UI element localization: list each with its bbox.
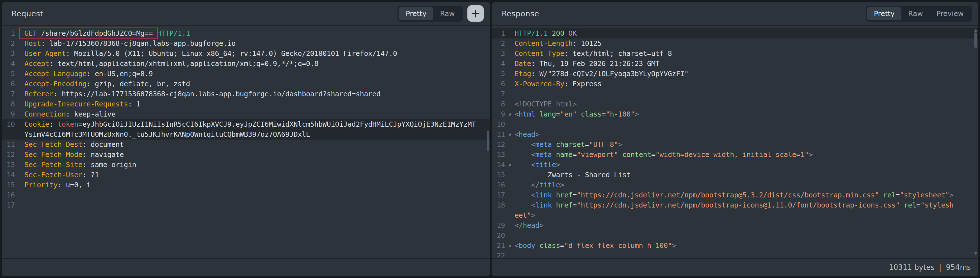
code-line[interactable]: 3User-Agent: Mozilla/5.0 (X11; Ubuntu; L…	[2, 49, 490, 59]
code-line[interactable]: 9Connection: keep-alive	[2, 109, 490, 119]
code-text: <meta name="viewport" content="width=dev…	[515, 150, 978, 160]
line-number: 12	[492, 140, 505, 150]
code-text: GET /share/bGlzdFdpdGhJZC0=Mg== HTTP/1.1	[24, 29, 490, 38]
code-text: User-Agent: Mozilla/5.0 (X11; Ubuntu; Li…	[24, 49, 490, 59]
code-text: Host: lab-1771536078368-cj8qan.labs-app.…	[24, 38, 490, 49]
line-number: 9	[2, 109, 15, 119]
line-number: 9	[492, 109, 505, 119]
fold-spacer	[505, 49, 515, 59]
code-text: <link href="https://cdn.jsdelivr.net/npm…	[515, 190, 978, 200]
code-line[interactable]: YsImV4cCI6MTc3MTU0MzUxNn0._tu5JKJhvrKANp…	[2, 129, 490, 140]
code-text: Content-Length: 10125	[515, 38, 978, 49]
code-text	[515, 230, 978, 241]
code-line[interactable]: 20	[492, 230, 978, 241]
code-line[interactable]: 18 <link href="https://cdn.jsdelivr.net/…	[492, 200, 978, 210]
code-line[interactable]: 15Priority: u=0, i	[2, 180, 490, 190]
line-number: 6	[492, 79, 505, 89]
code-line[interactable]: 11∨<head>	[492, 129, 978, 140]
code-text: Sec-Fetch-Mode: navigate	[24, 150, 490, 160]
code-text	[24, 190, 490, 200]
code-line[interactable]: 5Accept-Language: en-US,en;q=0.9	[2, 69, 490, 79]
tab-preview[interactable]: Preview	[930, 7, 970, 20]
line-number: 11	[492, 129, 505, 140]
fold-arrow-icon[interactable]: ∨	[505, 160, 515, 170]
response-panel-title: Response	[502, 9, 539, 18]
fold-arrow-icon[interactable]: ∨	[505, 241, 515, 251]
code-line[interactable]: 6X-Powered-By: Express	[492, 79, 978, 89]
code-line[interactable]: 6Accept-Encoding: gzip, deflate, br, zst…	[2, 79, 490, 89]
fold-spacer	[505, 89, 515, 99]
code-line[interactable]: 8<!DOCTYPE html>	[492, 99, 978, 109]
code-line[interactable]: 14Sec-Fetch-User: ?1	[2, 170, 490, 180]
tab-pretty[interactable]: Pretty	[867, 7, 901, 20]
scroll-down-arrow-icon[interactable]: ▼	[974, 251, 977, 255]
code-line[interactable]: eet">	[492, 210, 978, 221]
line-number: 5	[492, 69, 505, 79]
code-text	[24, 200, 490, 210]
code-text: Accept-Encoding: gzip, deflate, br, zstd	[24, 79, 490, 89]
code-text: <title>	[515, 160, 978, 170]
fold-spacer	[15, 200, 24, 210]
request-scrollbar-thumb[interactable]	[487, 131, 489, 151]
line-number: 16	[492, 180, 505, 190]
request-panel: Request PrettyRaw + 1GET /share/bGlzdFdp…	[2, 2, 490, 276]
line-number: 3	[492, 49, 505, 59]
code-text: Sec-Fetch-User: ?1	[24, 170, 490, 180]
code-line[interactable]: 15 Zwarts - Shared List	[492, 170, 978, 180]
code-line[interactable]: 2Host: lab-1771536078368-cj8qan.labs-app…	[2, 38, 490, 49]
code-line[interactable]: 10Cookie: token=eyJhbGciOiJIUzI1NiIsInR5…	[2, 119, 490, 129]
code-line[interactable]: 16	[2, 190, 490, 200]
code-line[interactable]: 5Etag: W/"278d-cQIv2/lOLFyaqa3bYLyOpYVGz…	[492, 69, 978, 79]
fold-spacer	[15, 38, 24, 49]
code-line[interactable]: 12 <meta charset="UTF-8">	[492, 140, 978, 150]
code-line[interactable]: 13 <meta name="viewport" content="width=…	[492, 150, 978, 160]
code-text: <head>	[515, 129, 978, 140]
code-line[interactable]: 12Sec-Fetch-Mode: navigate	[2, 150, 490, 160]
code-line[interactable]: 22	[492, 251, 978, 257]
code-line[interactable]: 8Upgrade-Insecure-Requests: 1	[2, 99, 490, 109]
code-line[interactable]: 7Referer: https://lab-1771536078368-cj8q…	[2, 89, 490, 99]
fold-spacer	[505, 140, 515, 150]
fold-spacer	[15, 99, 24, 109]
tab-raw[interactable]: Raw	[901, 7, 930, 20]
code-line[interactable]: 17	[2, 200, 490, 210]
code-line[interactable]: 2Content-Length: 10125	[492, 38, 978, 49]
code-line[interactable]: 14∨ <title>	[492, 160, 978, 170]
add-request-button[interactable]: +	[468, 5, 484, 22]
request-status-bar	[2, 258, 490, 276]
line-number: 3	[2, 49, 15, 59]
code-line[interactable]: 3Content-Type: text/html; charset=utf-8	[492, 49, 978, 59]
fold-spacer	[15, 160, 24, 170]
line-number: 19	[492, 221, 505, 230]
code-line[interactable]: 13Sec-Fetch-Site: same-origin	[2, 160, 490, 170]
line-number: 8	[2, 99, 15, 109]
fold-arrow-icon[interactable]: ∨	[505, 129, 515, 140]
code-text: Sec-Fetch-Site: same-origin	[24, 160, 490, 170]
code-text: Sec-Fetch-Dest: document	[24, 140, 490, 150]
code-text: Referer: https://lab-1771536078368-cj8qa…	[24, 89, 490, 99]
scroll-up-arrow-icon[interactable]: ▲	[974, 28, 977, 32]
code-line[interactable]: 21∨<body class="d-flex flex-column h-100…	[492, 241, 978, 251]
code-line[interactable]: 7	[492, 89, 978, 99]
fold-spacer	[15, 49, 24, 59]
code-line[interactable]: 1HTTP/1.1 200 OK	[492, 29, 978, 38]
code-line[interactable]: 19</head>	[492, 221, 978, 230]
response-editor[interactable]: 1HTTP/1.1 200 OK2Content-Length: 101253C…	[492, 26, 978, 257]
fold-arrow-icon[interactable]: ∨	[505, 109, 515, 119]
request-editor[interactable]: 1GET /share/bGlzdFdpdGhJZC0=Mg== HTTP/1.…	[2, 26, 490, 257]
code-line[interactable]: 1GET /share/bGlzdFdpdGhJZC0=Mg== HTTP/1.…	[2, 29, 490, 38]
response-scrollbar-thumb[interactable]	[974, 32, 977, 48]
tab-raw[interactable]: Raw	[433, 7, 461, 20]
tab-pretty[interactable]: Pretty	[399, 7, 433, 20]
code-line[interactable]: 4Accept: text/html,application/xhtml+xml…	[2, 59, 490, 69]
code-text: </head>	[515, 221, 978, 230]
code-text: Priority: u=0, i	[24, 180, 490, 190]
code-line[interactable]: 17 <link href="https://cdn.jsdelivr.net/…	[492, 190, 978, 200]
code-line[interactable]: 9∨<html lang="en" class="h-100">	[492, 109, 978, 119]
line-number: 12	[2, 150, 15, 160]
code-line[interactable]: 4Date: Thu, 19 Feb 2026 21:26:23 GMT	[492, 59, 978, 69]
code-line[interactable]: 16 </title>	[492, 180, 978, 190]
code-line[interactable]: 11Sec-Fetch-Dest: document	[2, 140, 490, 150]
code-line[interactable]: 10	[492, 119, 978, 129]
line-number: 10	[2, 119, 15, 129]
